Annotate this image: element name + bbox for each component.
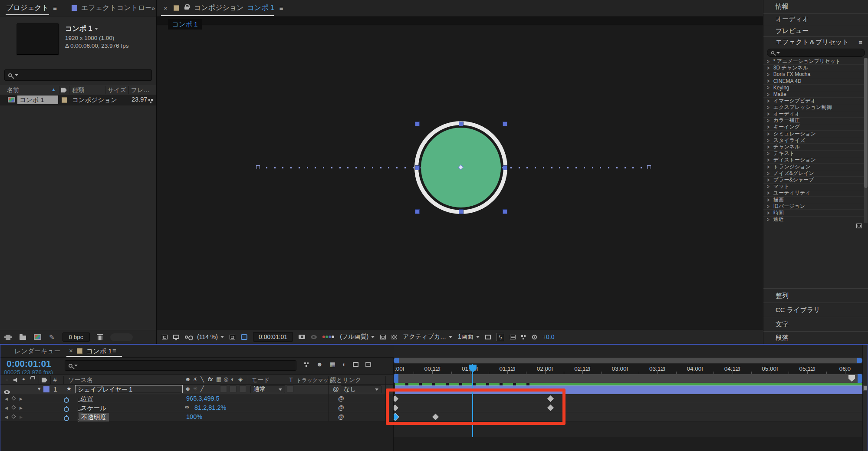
motion-blur-icon[interactable]: [342, 361, 346, 367]
property-value[interactable]: 100%: [186, 413, 202, 420]
chevron-right-icon[interactable]: >: [767, 203, 769, 209]
work-area-bar[interactable]: [394, 374, 862, 383]
panel-effects-presets[interactable]: エフェクト＆プリセット: [763, 36, 868, 48]
timeline-search-input[interactable]: [65, 360, 296, 371]
tab-render-queue[interactable]: レンダーキュー: [14, 347, 61, 356]
adjustment-switch-icon[interactable]: [224, 376, 228, 382]
prev-keyframe-icon[interactable]: ◀: [5, 397, 8, 401]
graph-editor-icon[interactable]: [365, 362, 371, 367]
property-pickwhip-icon[interactable]: [338, 414, 344, 420]
panel-cc-libraries[interactable]: CC ライブラリ: [763, 303, 868, 317]
effects-category-row[interactable]: >旧バージョン: [763, 203, 864, 209]
share-view-icon[interactable]: [485, 335, 491, 339]
viewer-panel-menu-icon[interactable]: [279, 5, 283, 11]
chevron-right-icon[interactable]: >: [767, 216, 769, 222]
show-snapshot-icon[interactable]: [311, 335, 317, 339]
hide-shy-icon[interactable]: [316, 361, 323, 367]
timeline-tab-menu-icon[interactable]: [112, 347, 116, 354]
chevron-right-icon[interactable]: >: [767, 124, 769, 130]
trash-icon[interactable]: [98, 336, 102, 340]
effects-category-row[interactable]: >シミュレーション: [763, 130, 864, 137]
chevron-right-icon[interactable]: >: [767, 118, 769, 124]
chevron-right-icon[interactable]: >: [767, 98, 769, 104]
add-keyframe-icon[interactable]: [12, 396, 16, 401]
panel-character[interactable]: 文字: [763, 317, 868, 331]
effects-search-input[interactable]: [767, 49, 865, 57]
property-name[interactable]: 位置: [81, 395, 93, 403]
item-name-field[interactable]: コンポ 1: [17, 95, 58, 104]
view-layout-dropdown[interactable]: 1画面: [458, 333, 480, 341]
effects-category-row[interactable]: >カラー補正: [763, 117, 864, 124]
parent-pickwhip-icon[interactable]: [333, 386, 339, 392]
roi-icon[interactable]: [230, 335, 235, 339]
zoom-dropdown[interactable]: (114 %): [197, 333, 224, 340]
layer-switch-box[interactable]: [230, 385, 237, 392]
chevron-right-icon[interactable]: >: [767, 111, 769, 117]
chevron-right-icon[interactable]: >: [767, 91, 769, 97]
next-keyframe-icon[interactable]: ▶: [20, 397, 23, 401]
interpret-footage-icon[interactable]: [4, 335, 12, 340]
chevron-right-icon[interactable]: >: [767, 210, 769, 216]
viewer-timecode[interactable]: 0:00:01:01: [253, 332, 293, 342]
layers-icon[interactable]: [162, 335, 168, 339]
chevron-right-icon[interactable]: >: [767, 144, 769, 150]
property-name-selected[interactable]: 不透明度: [79, 413, 109, 422]
property-row-position[interactable]: ◀ ▶ 位置 965.3,499.5: [0, 394, 393, 403]
work-area-start-handle[interactable]: [394, 374, 398, 383]
effects-category-row[interactable]: >描画: [763, 196, 864, 203]
unlock-icon[interactable]: [184, 7, 189, 10]
effects-switch-icon[interactable]: [208, 376, 213, 382]
blend-mode-dropdown[interactable]: 通常: [250, 385, 285, 393]
project-search-input[interactable]: [4, 69, 152, 81]
close-icon[interactable]: [164, 5, 168, 11]
layer-switch-box[interactable]: [220, 385, 227, 392]
dock-scrollbar[interactable]: [864, 58, 868, 223]
chevron-right-icon[interactable]: >: [767, 58, 769, 64]
effects-category-row[interactable]: >エクスプレッション制御: [763, 104, 864, 110]
chevron-right-icon[interactable]: >: [767, 151, 769, 157]
effects-panel-menu-icon[interactable]: [858, 39, 862, 46]
selection-handle[interactable]: [415, 122, 420, 126]
chevron-right-icon[interactable]: >: [767, 190, 769, 196]
current-timecode[interactable]: 0:00:01:01: [7, 359, 51, 369]
timeline-icon[interactable]: [510, 335, 516, 339]
tab-effect-controls[interactable]: エフェクトコントロール シ: [81, 3, 151, 13]
effects-category-row[interactable]: >Keying: [763, 84, 864, 91]
resolution-dropdown[interactable]: (フル画質): [340, 333, 375, 341]
label-column-icon[interactable]: [42, 378, 47, 382]
search-options-caret[interactable]: [15, 74, 18, 76]
close-icon[interactable]: [69, 347, 73, 354]
time-ruler[interactable]: :00f00:12f01:00f01:12f02:00f02:12f03:00f…: [394, 364, 862, 374]
effects-category-row[interactable]: >ブラー&シャープ: [763, 176, 864, 183]
selected-comp-name[interactable]: コンポ 1: [65, 24, 92, 33]
motion-path-end-point[interactable]: [647, 165, 651, 169]
layer-expand-icon[interactable]: [38, 386, 41, 392]
effects-category-row[interactable]: >オーディオ: [763, 111, 864, 117]
property-pickwhip-icon[interactable]: [338, 405, 344, 411]
add-keyframe-icon[interactable]: [12, 405, 16, 410]
fast-previews-icon[interactable]: [496, 333, 504, 341]
chevron-right-icon[interactable]: >: [767, 65, 769, 71]
threed-switch-icon[interactable]: [238, 376, 243, 382]
selection-handle[interactable]: [503, 165, 507, 170]
monitor-icon[interactable]: [173, 335, 179, 339]
chevron-right-icon[interactable]: >: [767, 78, 769, 84]
stopwatch-icon[interactable]: [64, 416, 69, 421]
tab-project[interactable]: プロジェクト: [6, 3, 49, 13]
chevron-right-icon[interactable]: >: [767, 85, 769, 91]
project-panel-menu-icon[interactable]: [53, 5, 57, 11]
comp-thumbnail[interactable]: [16, 23, 59, 55]
navigator-start-handle[interactable]: [394, 358, 399, 363]
effects-category-row[interactable]: >時間: [763, 209, 864, 216]
layer-name-field[interactable]: シェイプレイヤー 1: [75, 385, 183, 393]
frame-blend-icon[interactable]: [330, 361, 335, 367]
property-row-scale[interactable]: ◀ ▶ スケール 81.2,81.2%: [0, 403, 393, 412]
viewer-tab-kind[interactable]: コンポジション: [194, 3, 244, 13]
chevron-right-icon[interactable]: >: [767, 131, 769, 137]
property-pickwhip-icon[interactable]: [338, 395, 344, 402]
effects-category-row[interactable]: >トランジション: [763, 163, 864, 170]
layer-visibility-icon[interactable]: [4, 390, 10, 394]
audio-column-icon[interactable]: [13, 378, 18, 382]
layer-collapse-toggle[interactable]: [193, 386, 198, 392]
project-table-row[interactable]: コンポ 1 コンポジション 23.97: [0, 95, 156, 105]
